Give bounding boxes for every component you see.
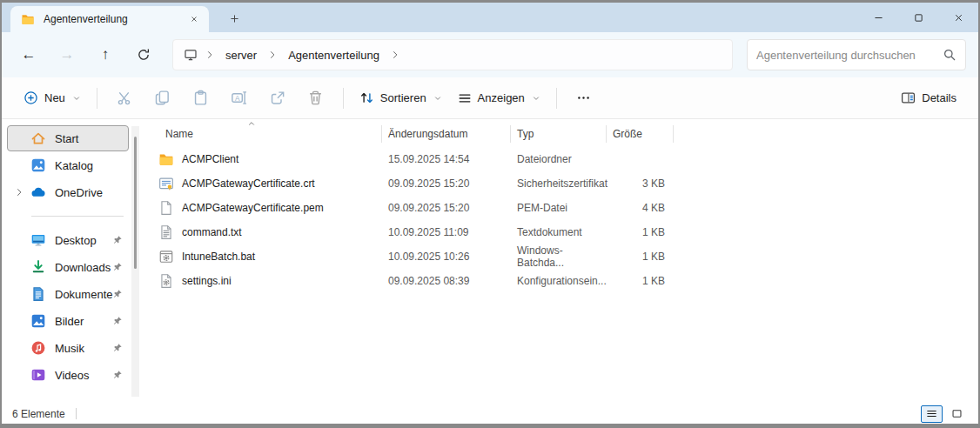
rename-button[interactable] xyxy=(220,83,258,114)
refresh-icon xyxy=(137,48,151,62)
hamburger-icon xyxy=(458,91,472,105)
picture-icon xyxy=(30,313,46,329)
toolbar-divider xyxy=(556,88,557,109)
maximize-button[interactable] xyxy=(898,3,938,32)
file-row-command.txt[interactable]: command.txt 10.09.2025 11:09 Textdokumen… xyxy=(158,220,978,244)
back-icon: ← xyxy=(22,46,37,64)
sidebar-divider xyxy=(31,216,124,217)
file-row-acmpgatewaycertificate.crt[interactable]: ACMPGatewayCertificate.crt 09.09.2025 15… xyxy=(158,171,978,196)
paste-button[interactable] xyxy=(182,83,220,114)
pin-icon xyxy=(112,235,123,245)
pin-icon xyxy=(112,289,123,299)
this-pc-icon[interactable] xyxy=(184,48,198,62)
sidebar-item-dokumente[interactable]: Dokumente xyxy=(7,281,129,307)
sidebar-item-label: OneDrive xyxy=(55,186,103,199)
command-bar: Neu Sortieren Anzeigen Details xyxy=(2,77,978,119)
file-name: command.txt xyxy=(182,226,242,238)
sidebar-item-label: Bilder xyxy=(55,315,84,328)
tab-close-icon[interactable] xyxy=(186,11,202,27)
file-name: ACMPGatewayCertificate.pem xyxy=(182,202,324,214)
sort-button-label: Sortieren xyxy=(380,91,426,104)
file-type: Sicherheitszertifikat xyxy=(511,177,607,190)
search-input[interactable] xyxy=(756,49,943,62)
video-icon xyxy=(30,367,46,383)
sidebar-item-desktop[interactable]: Desktop xyxy=(7,227,129,253)
chevron-right-icon[interactable] xyxy=(8,187,30,197)
up-button[interactable]: ↑ xyxy=(91,40,120,70)
more-button[interactable] xyxy=(565,83,603,114)
file-date: 10.09.2025 11:09 xyxy=(382,226,511,238)
minimize-button[interactable] xyxy=(858,3,898,32)
chevron-right-icon[interactable] xyxy=(205,50,215,60)
file-row-acmpclient[interactable]: ACMPClient 15.09.2025 14:54 Dateiordner xyxy=(158,147,978,171)
titlebar: Agentenverteilung xyxy=(2,3,978,32)
folder-icon xyxy=(158,151,174,167)
sidebar-item-label: Downloads xyxy=(55,261,111,274)
sidebar-item-musik[interactable]: Musik xyxy=(7,335,129,361)
share-button[interactable] xyxy=(258,83,297,114)
gallery-icon xyxy=(30,157,46,173)
back-button[interactable]: ← xyxy=(14,40,44,70)
copy-button[interactable] xyxy=(144,83,182,114)
tab-title: Agentenverteilung xyxy=(44,13,186,25)
new-tab-button[interactable] xyxy=(226,10,242,26)
search-box xyxy=(747,39,966,70)
sidebar-item-katalog[interactable]: Katalog xyxy=(7,152,129,178)
file-ini-icon xyxy=(158,273,174,289)
status-bar: 6 Elemente xyxy=(2,404,978,424)
icons-view-button[interactable] xyxy=(946,405,968,423)
sidebar-item-onedrive[interactable]: OneDrive xyxy=(7,179,129,205)
scrollbar-thumb[interactable] xyxy=(134,137,137,269)
sort-ascending-icon xyxy=(247,119,256,128)
cut-button[interactable] xyxy=(105,83,144,114)
toolbar-divider xyxy=(97,88,97,109)
file-row-settings.ini[interactable]: settings.ini 09.09.2025 08:39 Konfigurat… xyxy=(158,269,978,293)
icons-view-icon xyxy=(951,408,963,419)
search-icon[interactable] xyxy=(943,48,957,62)
sort-button[interactable]: Sortieren xyxy=(352,84,450,111)
details-view-button[interactable] xyxy=(921,405,943,423)
close-button[interactable] xyxy=(938,3,978,32)
column-header-type[interactable]: Typ xyxy=(511,125,607,143)
forward-button[interactable]: → xyxy=(52,40,82,70)
chevron-right-icon[interactable] xyxy=(390,50,400,60)
ellipsis-icon xyxy=(576,90,591,105)
sidebar-item-videos[interactable]: Videos xyxy=(7,362,129,388)
cut-icon xyxy=(116,90,132,106)
column-headers: Name Änderungsdatum Typ Größe xyxy=(158,121,978,147)
up-icon: ↑ xyxy=(102,46,110,64)
new-button[interactable]: Neu xyxy=(16,84,89,111)
cloud-icon xyxy=(30,184,46,200)
details-button-label: Details xyxy=(922,91,957,104)
file-type: Windows-Batchda... xyxy=(511,244,607,269)
breadcrumb[interactable]: server Agentenverteilung xyxy=(172,39,733,70)
view-toggles xyxy=(921,405,968,423)
sidebar-item-downloads[interactable]: Downloads xyxy=(7,254,129,280)
delete-button[interactable] xyxy=(297,83,335,114)
breadcrumb-item-server[interactable]: server xyxy=(222,49,260,62)
explorer-tab[interactable]: Agentenverteilung xyxy=(10,6,209,32)
breadcrumb-item-folder[interactable]: Agentenverteilung xyxy=(285,49,383,62)
sidebar-item-start[interactable]: Start xyxy=(7,125,129,151)
pin-icon xyxy=(112,343,123,353)
column-header-size[interactable]: Größe xyxy=(607,125,674,143)
file-type: Textdokument xyxy=(511,226,607,238)
column-header-date[interactable]: Änderungsdatum xyxy=(382,125,511,143)
forward-icon: → xyxy=(60,46,75,64)
file-explorer-window: Agentenverteilung ← → ↑ server Agentenve… xyxy=(2,3,978,424)
details-pane-button[interactable]: Details xyxy=(893,84,964,111)
file-date: 09.09.2025 15:20 xyxy=(382,177,511,190)
sidebar-item-bilder[interactable]: Bilder xyxy=(7,308,129,334)
file-row-acmpgatewaycertificate.pem[interactable]: ACMPGatewayCertificate.pem 09.09.2025 15… xyxy=(158,196,978,220)
column-header-name[interactable]: Name xyxy=(158,125,382,143)
refresh-button[interactable] xyxy=(129,40,158,70)
new-button-label: Neu xyxy=(44,91,65,104)
folder-icon xyxy=(21,12,35,26)
file-row-intunebatch.bat[interactable]: IntuneBatch.bat 10.09.2025 10:26 Windows… xyxy=(158,244,978,269)
view-button[interactable]: Anzeigen xyxy=(450,85,548,111)
sidebar-scrollbar[interactable] xyxy=(131,126,139,397)
file-type: Dateiordner xyxy=(511,153,607,165)
file-size: 4 KB xyxy=(607,202,674,214)
chevron-right-icon[interactable] xyxy=(267,50,278,60)
download-icon xyxy=(30,259,46,275)
